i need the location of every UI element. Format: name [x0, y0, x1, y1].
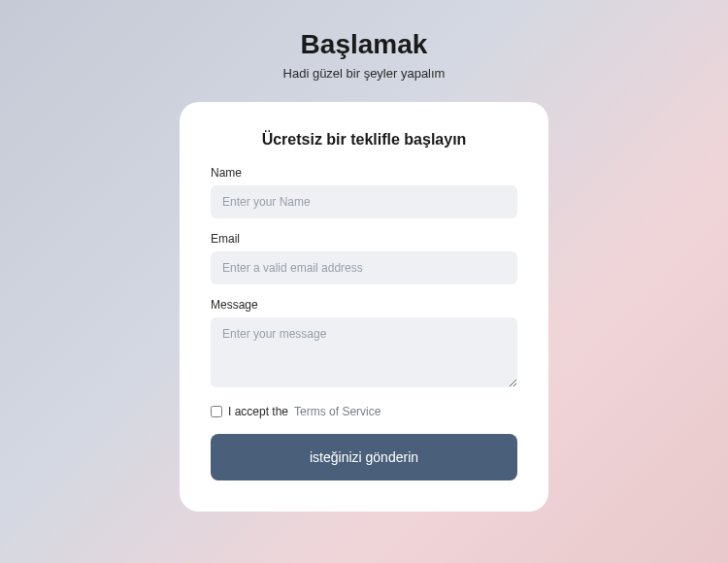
name-input[interactable]	[211, 185, 517, 218]
page-title: Başlamak	[301, 29, 428, 60]
message-textarea[interactable]	[211, 317, 517, 387]
form-title: Ücretsiz bir teklifle başlayın	[211, 131, 517, 149]
terms-row: I accept the Terms of Service	[211, 405, 517, 418]
email-label: Email	[211, 232, 517, 246]
page-subtitle: Hadi güzel bir şeyler yapalım	[283, 66, 446, 81]
submit-button[interactable]: isteğinizi gönderin	[211, 434, 517, 480]
form-card: Ücretsiz bir teklifle başlayın Name Emai…	[180, 102, 548, 512]
terms-checkbox[interactable]	[211, 406, 222, 417]
terms-link[interactable]: Terms of Service	[294, 405, 381, 418]
message-label: Message	[211, 298, 517, 312]
name-label: Name	[211, 166, 517, 180]
email-input[interactable]	[211, 251, 517, 284]
terms-prefix: I accept the	[228, 405, 288, 418]
